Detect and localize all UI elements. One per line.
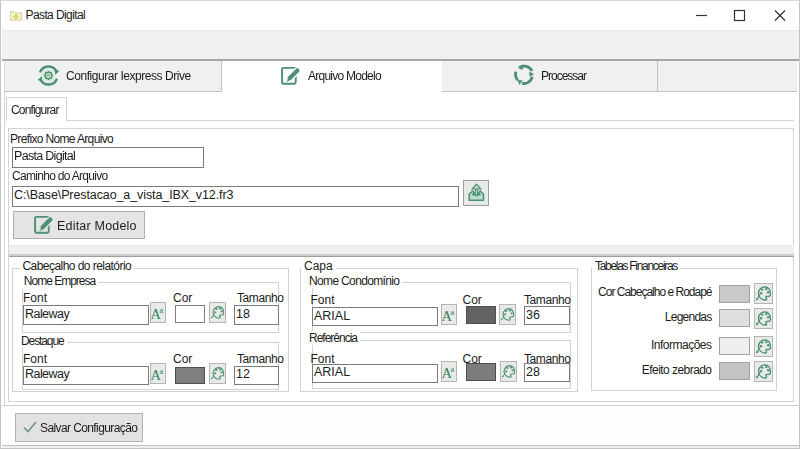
svg-text:a: a — [159, 367, 163, 376]
svg-text:a: a — [159, 306, 163, 315]
svg-text:a: a — [450, 365, 454, 374]
svg-text:a: a — [450, 308, 454, 317]
